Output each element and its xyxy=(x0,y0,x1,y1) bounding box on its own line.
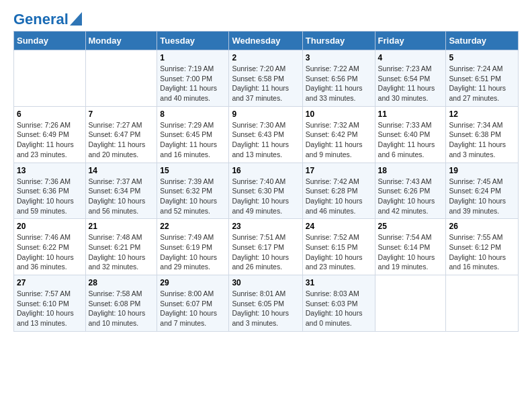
day-number: 5 xyxy=(449,53,515,62)
day-info: Sunrise: 7:49 AMSunset: 6:19 PMDaylight:… xyxy=(160,232,226,272)
day-number: 14 xyxy=(89,166,154,175)
day-info: Sunrise: 7:58 AMSunset: 6:08 PMDaylight:… xyxy=(89,289,154,328)
calendar-cell: 19Sunrise: 7:45 AMSunset: 6:24 PMDayligh… xyxy=(446,163,519,219)
calendar-header-row: SundayMondayTuesdayWednesdayThursdayFrid… xyxy=(14,32,519,50)
day-number: 27 xyxy=(17,278,83,287)
day-number: 12 xyxy=(449,109,515,119)
day-number: 16 xyxy=(232,166,299,175)
day-number: 24 xyxy=(306,222,372,231)
calendar-cell: 12Sunrise: 7:34 AMSunset: 6:38 PMDayligh… xyxy=(446,106,519,163)
day-info: Sunrise: 7:57 AMSunset: 6:10 PMDaylight:… xyxy=(17,289,83,328)
day-number: 13 xyxy=(17,166,83,175)
day-number: 26 xyxy=(449,222,515,231)
day-info: Sunrise: 7:20 AMSunset: 6:58 PMDaylight:… xyxy=(232,64,299,103)
day-info: Sunrise: 8:03 AMSunset: 6:03 PMDaylight:… xyxy=(306,289,372,328)
calendar-cell: 15Sunrise: 7:39 AMSunset: 6:32 PMDayligh… xyxy=(157,163,229,219)
calendar-cell: 27Sunrise: 7:57 AMSunset: 6:10 PMDayligh… xyxy=(14,275,86,332)
calendar-cell: 17Sunrise: 7:42 AMSunset: 6:28 PMDayligh… xyxy=(302,163,375,219)
day-info: Sunrise: 7:33 AMSunset: 6:40 PMDaylight:… xyxy=(378,120,443,160)
calendar-cell: 18Sunrise: 7:43 AMSunset: 6:26 PMDayligh… xyxy=(375,163,446,219)
calendar-cell: 29Sunrise: 8:00 AMSunset: 6:07 PMDayligh… xyxy=(157,275,229,332)
calendar-week-row: 20Sunrise: 7:46 AMSunset: 6:22 PMDayligh… xyxy=(14,219,519,275)
day-number: 1 xyxy=(160,53,226,62)
day-number: 10 xyxy=(306,109,372,119)
day-number: 18 xyxy=(378,166,443,175)
day-info: Sunrise: 7:55 AMSunset: 6:12 PMDaylight:… xyxy=(449,232,515,272)
calendar-cell: 10Sunrise: 7:32 AMSunset: 6:42 PMDayligh… xyxy=(302,106,375,163)
calendar-week-row: 13Sunrise: 7:36 AMSunset: 6:36 PMDayligh… xyxy=(14,163,519,219)
day-number: 28 xyxy=(89,278,154,287)
calendar-cell: 1Sunrise: 7:19 AMSunset: 7:00 PMDaylight… xyxy=(157,50,229,107)
calendar-cell xyxy=(375,275,446,332)
logo-text: General xyxy=(13,11,69,28)
day-info: Sunrise: 7:36 AMSunset: 6:36 PMDaylight:… xyxy=(17,177,83,216)
day-number: 3 xyxy=(306,53,372,62)
day-info: Sunrise: 7:54 AMSunset: 6:14 PMDaylight:… xyxy=(378,232,443,272)
day-header-sunday: Sunday xyxy=(14,32,86,50)
calendar-cell: 26Sunrise: 7:55 AMSunset: 6:12 PMDayligh… xyxy=(446,219,519,275)
day-info: Sunrise: 8:01 AMSunset: 6:05 PMDaylight:… xyxy=(232,289,299,328)
calendar-cell: 8Sunrise: 7:29 AMSunset: 6:45 PMDaylight… xyxy=(157,106,229,163)
day-info: Sunrise: 7:52 AMSunset: 6:15 PMDaylight:… xyxy=(306,232,372,272)
day-info: Sunrise: 7:34 AMSunset: 6:38 PMDaylight:… xyxy=(449,120,515,160)
calendar-cell: 14Sunrise: 7:37 AMSunset: 6:34 PMDayligh… xyxy=(85,163,157,219)
day-number: 15 xyxy=(160,166,226,175)
calendar-week-row: 6Sunrise: 7:26 AMSunset: 6:49 PMDaylight… xyxy=(14,106,519,163)
logo-general: General xyxy=(13,11,69,28)
day-number: 2 xyxy=(232,53,299,62)
day-header-tuesday: Tuesday xyxy=(157,32,229,50)
calendar-cell: 2Sunrise: 7:20 AMSunset: 6:58 PMDaylight… xyxy=(229,50,302,107)
day-number: 11 xyxy=(378,109,443,119)
calendar-cell xyxy=(85,50,157,107)
day-number: 4 xyxy=(378,53,443,62)
day-header-wednesday: Wednesday xyxy=(229,32,302,50)
day-number: 20 xyxy=(17,222,83,231)
calendar-cell: 28Sunrise: 7:58 AMSunset: 6:08 PMDayligh… xyxy=(85,275,157,332)
day-header-friday: Friday xyxy=(375,32,446,50)
day-info: Sunrise: 7:26 AMSunset: 6:49 PMDaylight:… xyxy=(17,120,83,160)
calendar-cell: 20Sunrise: 7:46 AMSunset: 6:22 PMDayligh… xyxy=(14,219,86,275)
calendar-cell: 7Sunrise: 7:27 AMSunset: 6:47 PMDaylight… xyxy=(85,106,157,163)
calendar-cell: 11Sunrise: 7:33 AMSunset: 6:40 PMDayligh… xyxy=(375,106,446,163)
day-number: 7 xyxy=(89,109,154,119)
calendar-cell xyxy=(14,50,86,107)
calendar-cell: 22Sunrise: 7:49 AMSunset: 6:19 PMDayligh… xyxy=(157,219,229,275)
day-header-thursday: Thursday xyxy=(302,32,375,50)
day-info: Sunrise: 7:42 AMSunset: 6:28 PMDaylight:… xyxy=(306,177,372,216)
day-header-saturday: Saturday xyxy=(446,32,519,50)
calendar-cell: 23Sunrise: 7:51 AMSunset: 6:17 PMDayligh… xyxy=(229,219,302,275)
day-number: 9 xyxy=(232,109,299,119)
day-number: 19 xyxy=(449,166,515,175)
day-number: 21 xyxy=(89,222,154,231)
day-info: Sunrise: 7:27 AMSunset: 6:47 PMDaylight:… xyxy=(89,120,154,160)
calendar-cell: 6Sunrise: 7:26 AMSunset: 6:49 PMDaylight… xyxy=(14,106,86,163)
calendar-cell: 30Sunrise: 8:01 AMSunset: 6:05 PMDayligh… xyxy=(229,275,302,332)
calendar-cell: 4Sunrise: 7:23 AMSunset: 6:54 PMDaylight… xyxy=(375,50,446,107)
calendar-cell: 25Sunrise: 7:54 AMSunset: 6:14 PMDayligh… xyxy=(375,219,446,275)
page-header: General xyxy=(13,11,519,26)
day-info: Sunrise: 7:43 AMSunset: 6:26 PMDaylight:… xyxy=(378,177,443,216)
calendar-cell: 31Sunrise: 8:03 AMSunset: 6:03 PMDayligh… xyxy=(302,275,375,332)
day-info: Sunrise: 7:51 AMSunset: 6:17 PMDaylight:… xyxy=(232,232,299,272)
day-info: Sunrise: 8:00 AMSunset: 6:07 PMDaylight:… xyxy=(160,289,226,328)
calendar-cell: 9Sunrise: 7:30 AMSunset: 6:43 PMDaylight… xyxy=(229,106,302,163)
calendar-cell: 5Sunrise: 7:24 AMSunset: 6:51 PMDaylight… xyxy=(446,50,519,107)
svg-marker-0 xyxy=(70,12,82,26)
day-info: Sunrise: 7:29 AMSunset: 6:45 PMDaylight:… xyxy=(160,120,226,160)
day-info: Sunrise: 7:40 AMSunset: 6:30 PMDaylight:… xyxy=(232,177,299,216)
calendar-cell: 21Sunrise: 7:48 AMSunset: 6:21 PMDayligh… xyxy=(85,219,157,275)
day-info: Sunrise: 7:24 AMSunset: 6:51 PMDaylight:… xyxy=(449,64,515,103)
day-info: Sunrise: 7:19 AMSunset: 7:00 PMDaylight:… xyxy=(160,64,226,103)
day-info: Sunrise: 7:39 AMSunset: 6:32 PMDaylight:… xyxy=(160,177,226,216)
calendar-cell: 13Sunrise: 7:36 AMSunset: 6:36 PMDayligh… xyxy=(14,163,86,219)
day-info: Sunrise: 7:37 AMSunset: 6:34 PMDaylight:… xyxy=(89,177,154,216)
day-header-monday: Monday xyxy=(85,32,157,50)
day-number: 6 xyxy=(17,109,83,119)
logo-triangle-icon xyxy=(70,12,82,26)
calendar-week-row: 1Sunrise: 7:19 AMSunset: 7:00 PMDaylight… xyxy=(14,50,519,107)
logo: General xyxy=(13,11,82,26)
calendar-cell: 16Sunrise: 7:40 AMSunset: 6:30 PMDayligh… xyxy=(229,163,302,219)
day-info: Sunrise: 7:30 AMSunset: 6:43 PMDaylight:… xyxy=(232,120,299,160)
day-number: 23 xyxy=(232,222,299,231)
day-number: 31 xyxy=(306,278,372,287)
